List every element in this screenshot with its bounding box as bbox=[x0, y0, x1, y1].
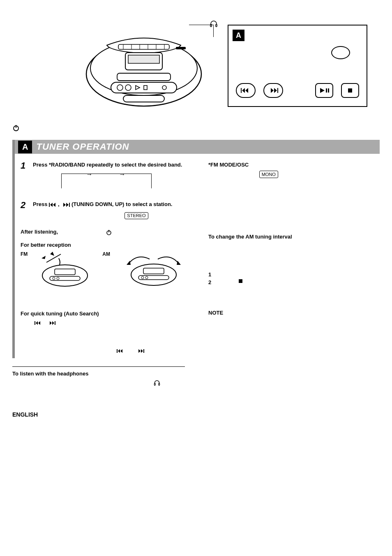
headphones-footnote: To listen with the headphones bbox=[12, 370, 380, 386]
section-badge: A bbox=[18, 141, 32, 153]
arrow-right-icon: → bbox=[119, 170, 126, 179]
auto-search-heading: For quick tuning (Auto Search) bbox=[21, 310, 192, 317]
next-icon bbox=[47, 321, 55, 325]
step-1-text-b: *RADIO/BAND repeatedly to select the des… bbox=[49, 162, 182, 168]
reception-diagrams: FM AM bbox=[21, 251, 192, 288]
svg-rect-27 bbox=[348, 88, 352, 93]
am-step1-num: 1 bbox=[208, 271, 211, 278]
band-cycle-diagram: → → bbox=[61, 174, 152, 188]
am-reception-illustration bbox=[121, 251, 174, 288]
section-title-bar: A TUNER OPERATION bbox=[15, 140, 380, 154]
svg-rect-20 bbox=[176, 47, 186, 49]
svg-point-33 bbox=[42, 265, 88, 286]
panel-a-badge: A bbox=[233, 30, 244, 41]
svg-rect-43 bbox=[35, 321, 35, 325]
stop-button-icon bbox=[341, 83, 359, 98]
svg-rect-26 bbox=[328, 88, 329, 93]
step-2-sub: When an FM stereo broadcast is received,… bbox=[33, 212, 192, 219]
headphones-heading: To listen with the headphones bbox=[12, 370, 380, 378]
next-track-button-icon bbox=[263, 83, 283, 98]
power-icon bbox=[106, 229, 112, 235]
svg-rect-13 bbox=[118, 44, 169, 49]
step-2: 2 Press , (TUNING DOWN, UP) to select a … bbox=[21, 201, 192, 210]
svg-rect-29 bbox=[69, 203, 70, 207]
svg-rect-12 bbox=[123, 95, 164, 102]
am-step2-num: 2 bbox=[208, 279, 211, 286]
svg-rect-25 bbox=[326, 88, 327, 93]
headphones-icon bbox=[154, 380, 160, 386]
product-illustration bbox=[82, 29, 205, 115]
play-pause-button-icon bbox=[315, 83, 333, 98]
section-title: TUNER OPERATION bbox=[36, 141, 129, 153]
fm-mode-text: MONO bbox=[208, 170, 380, 178]
step-1-text-a: Press bbox=[33, 162, 49, 168]
step-1: 1 Press *RADIO/BAND repeatedly to select… bbox=[21, 161, 192, 170]
fm-label: FM bbox=[21, 251, 28, 257]
svg-rect-23 bbox=[241, 88, 242, 93]
stop-icon bbox=[238, 279, 243, 286]
svg-rect-39 bbox=[143, 268, 164, 274]
fm-mode-heading: *FM MODE/OSC bbox=[208, 161, 380, 169]
page-footer-language: ENGLISH bbox=[12, 411, 380, 419]
better-reception-heading: For better reception bbox=[21, 241, 192, 249]
svg-rect-44 bbox=[55, 321, 55, 325]
arrow-right-icon: → bbox=[86, 170, 93, 179]
step-2-text-a: Press bbox=[33, 201, 49, 207]
power-icon bbox=[12, 124, 20, 132]
auto-search-line3 bbox=[21, 347, 192, 354]
svg-rect-46 bbox=[143, 349, 144, 353]
after-listening-label: After listening, bbox=[21, 229, 58, 235]
prev-icon bbox=[49, 202, 58, 207]
step-2-text-b: (TUNING DOWN, UP) to select a station. bbox=[71, 201, 173, 207]
after-listening-row: After listening, bbox=[21, 228, 192, 236]
svg-rect-35 bbox=[50, 276, 80, 280]
top-illustration-area: A bbox=[12, 16, 380, 132]
am-label: AM bbox=[102, 251, 110, 257]
svg-rect-34 bbox=[55, 269, 75, 275]
fm-reception-illustration bbox=[38, 251, 92, 288]
detail-panel-a: A bbox=[228, 25, 367, 107]
am-interval-heading: To change the AM tuning interval bbox=[208, 233, 380, 241]
prev-icon bbox=[35, 321, 43, 325]
left-column: 1 Press *RADIO/BAND repeatedly to select… bbox=[21, 161, 192, 354]
auto-search-line1 bbox=[21, 319, 192, 327]
prev-track-button-icon bbox=[236, 83, 256, 98]
svg-rect-45 bbox=[117, 349, 118, 353]
svg-rect-6 bbox=[117, 73, 171, 81]
stereo-badge: STEREO bbox=[125, 212, 148, 219]
next-icon bbox=[61, 202, 70, 207]
am-interval-steps: 1 2 bbox=[208, 271, 380, 286]
svg-rect-24 bbox=[277, 88, 278, 93]
svg-rect-40 bbox=[138, 276, 169, 280]
step-1-number: 1 bbox=[21, 161, 29, 170]
tuner-operation-section: A TUNER OPERATION 1 Press *RADIO/BAND re… bbox=[12, 140, 380, 358]
svg-point-38 bbox=[131, 264, 176, 285]
svg-rect-47 bbox=[239, 279, 242, 283]
volume-knob-icon bbox=[331, 46, 350, 59]
mono-badge: MONO bbox=[259, 171, 278, 178]
prev-icon bbox=[117, 349, 125, 353]
next-icon bbox=[136, 349, 144, 353]
svg-rect-28 bbox=[49, 203, 50, 207]
right-column: *FM MODE/OSC MONO To change the AM tunin… bbox=[208, 161, 380, 354]
svg-rect-5 bbox=[128, 55, 159, 63]
footnote-divider bbox=[12, 366, 185, 367]
step-2-number: 2 bbox=[21, 201, 29, 210]
note-heading: NOTE bbox=[208, 309, 380, 317]
